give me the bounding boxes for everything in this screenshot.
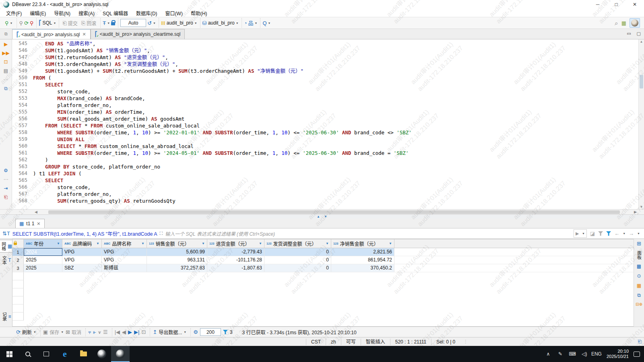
add-row-icon[interactable]: ⫧ bbox=[88, 329, 91, 335]
table-cell[interactable]: 0 bbox=[264, 264, 331, 272]
forward-icon[interactable]: → bbox=[629, 230, 634, 237]
execute-statement-icon[interactable]: ▶ bbox=[4, 42, 8, 47]
user-profile-button[interactable] bbox=[630, 18, 640, 28]
column-filter-caret[interactable]: ▼ bbox=[202, 242, 205, 245]
file-explorer-icon[interactable] bbox=[74, 346, 93, 362]
result-view-tab-2[interactable]: T文本 bbox=[0, 254, 11, 266]
sql-dropdown-label[interactable]: SQL bbox=[42, 20, 52, 26]
table-cell[interactable]: VPG bbox=[102, 256, 147, 264]
column-header[interactable]: 123退货金额（元）▼ bbox=[207, 239, 264, 248]
column-filter-caret[interactable]: ▼ bbox=[141, 242, 144, 245]
sql-code-editor[interactable]: 545 END AS "品牌名称",546 SUM(t1.goodsAmt) A… bbox=[12, 39, 638, 209]
erase-filter-icon[interactable]: ◪ bbox=[590, 230, 595, 237]
edit-row-icon[interactable]: ☰ bbox=[103, 329, 108, 335]
references-panel-icon[interactable]: ⧉ bbox=[637, 292, 641, 298]
value-viewer-icon[interactable]: ▩ bbox=[637, 263, 641, 269]
table-cell[interactable]: VPG bbox=[62, 248, 102, 256]
scrollbar-thumb[interactable] bbox=[48, 210, 620, 214]
table-cell[interactable]: 0 bbox=[264, 256, 331, 264]
column-header[interactable]: ABC品牌编码▼ bbox=[62, 239, 102, 248]
database-caret[interactable]: ▼ bbox=[236, 22, 239, 25]
output-icon[interactable]: ⇥ bbox=[4, 186, 8, 191]
transaction-log-icon[interactable]: Ŧ bbox=[103, 21, 106, 26]
delete-row-icon[interactable]: ⩛ bbox=[98, 329, 101, 335]
notification-center-icon[interactable] bbox=[634, 352, 640, 357]
order-filter-icon[interactable]: ⇅T bbox=[2, 231, 10, 236]
edge-browser-icon[interactable]: e bbox=[56, 346, 74, 362]
table-cell[interactable]: VPG bbox=[102, 248, 147, 256]
editor-horizontal-scrollbar[interactable]: ◀ ▶ bbox=[0, 209, 644, 214]
profile-caret[interactable]: ▼ bbox=[255, 22, 258, 25]
task-view-icon[interactable] bbox=[37, 346, 56, 362]
tab-close-icon[interactable]: ✕ bbox=[82, 32, 86, 37]
last-row-icon[interactable]: ▶| bbox=[134, 329, 139, 335]
maximize-button[interactable]: □ bbox=[607, 0, 625, 9]
table-cell[interactable]: 370,450.2 bbox=[331, 264, 394, 272]
sql-dropdown-caret[interactable]: ▼ bbox=[53, 22, 56, 25]
column-filter-caret[interactable]: ▼ bbox=[326, 242, 329, 245]
filters-menu-icon[interactable] bbox=[606, 231, 611, 236]
results-tab-t1[interactable]: ▦ t1 1 ✕ bbox=[15, 219, 45, 228]
tab-close-icon[interactable]: ✕ bbox=[37, 221, 40, 226]
apply-filter-combo[interactable]: ▶ ▼ bbox=[574, 229, 587, 238]
history-clock-icon[interactable]: ↺ bbox=[147, 21, 152, 26]
table-cell[interactable]: 2025 bbox=[24, 264, 62, 272]
menu-item[interactable]: 窗口(W) bbox=[162, 9, 186, 17]
filter-input[interactable]: 输入一个 SQL 表达式来过滤结果 (使用 Ctrl+Space) bbox=[165, 230, 571, 237]
table-cell[interactable]: 斯搏兹 bbox=[102, 264, 147, 272]
filter-query-text[interactable]: SELECT SUBSTR(t1.orderTime, 1, 4) AS "年份… bbox=[12, 230, 157, 237]
table-cell[interactable]: 2025 bbox=[24, 256, 62, 264]
result-view-tab-1[interactable]: ▦网格 bbox=[0, 240, 13, 253]
collapse-up-icon[interactable]: ▲ bbox=[317, 215, 320, 218]
table-cell[interactable]: VPG bbox=[62, 256, 102, 264]
database-selector[interactable]: audit_bi_pro bbox=[208, 20, 235, 26]
table-cell[interactable]: 2024 bbox=[24, 248, 62, 256]
remove-filter-icon[interactable] bbox=[598, 231, 603, 236]
column-header[interactable]: 123净销售金额（元）▼ bbox=[331, 239, 394, 248]
forward-caret[interactable]: ▼ bbox=[637, 232, 640, 235]
tray-volume-icon[interactable]: ◁) bbox=[579, 351, 590, 357]
minimize-button[interactable]: ─ bbox=[588, 0, 607, 9]
row-number[interactable]: 1 bbox=[12, 248, 24, 256]
tab-analysis-sql[interactable]: ⎡ <audit_bi_pro> analysis.sql ✕ bbox=[12, 29, 91, 39]
commit-button[interactable]: ⎗提交 bbox=[61, 19, 78, 27]
search-magnifier-icon[interactable]: ⌕ bbox=[615, 21, 618, 26]
tab-analysis-cleartime-sql[interactable]: ⎡ <audit_bi_pro> analysis_cleartime.sql bbox=[91, 29, 185, 39]
next-row-icon[interactable]: ▶ bbox=[128, 329, 132, 335]
expand-filter-icon[interactable]: ⛶ bbox=[160, 231, 163, 236]
connection-selector[interactable]: audit_bi_pro bbox=[167, 20, 193, 26]
grid-corner-lock[interactable] bbox=[12, 239, 24, 248]
restore-panel-icon[interactable]: ⧉ bbox=[0, 29, 12, 39]
duplicate-row-icon[interactable]: ⫦ bbox=[93, 329, 96, 335]
table-cell[interactable]: SBZ bbox=[62, 264, 102, 272]
reconnect-icon[interactable]: ⟳ bbox=[24, 21, 29, 26]
row-number[interactable]: 3 bbox=[12, 264, 24, 272]
minimize-editor-icon[interactable]: ▭ bbox=[627, 31, 631, 36]
perspective-icon[interactable]: ▦ bbox=[621, 21, 626, 26]
column-filter-caret[interactable]: ▼ bbox=[96, 242, 99, 245]
taskbar-search-icon[interactable] bbox=[19, 346, 37, 362]
menu-item[interactable]: 数据库(D) bbox=[132, 9, 161, 17]
table-cell[interactable]: -2,779.43 bbox=[207, 248, 264, 256]
rollback-button[interactable]: ⎘回滚 bbox=[80, 19, 97, 27]
table-cell[interactable]: 372,257.83 bbox=[147, 264, 207, 272]
tray-pen-icon[interactable]: ✎ bbox=[555, 351, 566, 357]
export-data-button[interactable]: ↥导出数据...▼ bbox=[153, 329, 186, 335]
column-filter-caret[interactable]: ▼ bbox=[57, 242, 60, 245]
grid-settings-gear-icon[interactable]: ⚙ bbox=[193, 329, 198, 335]
collapse-down-icon[interactable]: ▼ bbox=[324, 215, 327, 218]
tray-chevron-icon[interactable]: ∧ bbox=[543, 351, 553, 357]
network-profile-icon[interactable]: 品 bbox=[248, 21, 253, 26]
refresh-button[interactable]: ⟳刷新▼ bbox=[16, 329, 36, 335]
execute-new-tab-icon[interactable]: ⊡ bbox=[4, 60, 8, 65]
row-number[interactable]: 2 bbox=[12, 256, 24, 264]
back-caret[interactable]: ▼ bbox=[623, 232, 625, 235]
goto-row-icon[interactable]: ⊡ bbox=[141, 329, 146, 335]
table-cell[interactable]: 0 bbox=[264, 248, 331, 256]
start-button[interactable] bbox=[0, 346, 19, 362]
calc-panel-icon[interactable]: ⊙ bbox=[637, 273, 641, 279]
aggregate-panel-icon[interactable]: ⊟⊕ bbox=[636, 302, 642, 306]
table-cell[interactable]: 5,600.99 bbox=[147, 248, 207, 256]
menu-item[interactable]: 导航(N) bbox=[50, 9, 74, 17]
disconnect-icon[interactable]: ⚲ bbox=[30, 21, 34, 26]
